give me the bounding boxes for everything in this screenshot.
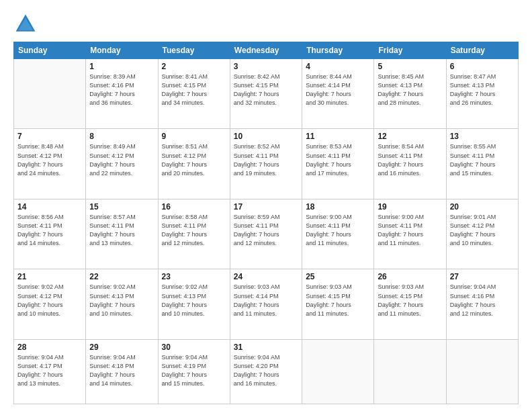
day-cell: 13Sunrise: 8:55 AM Sunset: 4:11 PM Dayli…	[446, 129, 518, 199]
day-number: 25	[306, 272, 370, 281]
day-cell: 14Sunrise: 8:56 AM Sunset: 4:11 PM Dayli…	[14, 199, 86, 269]
day-cell: 6Sunrise: 8:47 AM Sunset: 4:13 PM Daylig…	[446, 59, 518, 129]
day-number: 23	[162, 272, 226, 281]
day-number: 31	[234, 342, 298, 352]
day-number: 16	[162, 202, 226, 212]
week-row-3: 21Sunrise: 9:02 AM Sunset: 4:12 PM Dayli…	[14, 269, 519, 339]
day-number: 30	[162, 342, 226, 352]
day-cell: 4Sunrise: 8:44 AM Sunset: 4:14 PM Daylig…	[302, 59, 374, 129]
day-number: 2	[162, 62, 226, 71]
day-detail: Sunrise: 9:01 AM Sunset: 4:12 PM Dayligh…	[450, 213, 515, 248]
logo	[13, 12, 40, 36]
day-number: 28	[17, 342, 82, 352]
day-cell: 17Sunrise: 8:59 AM Sunset: 4:11 PM Dayli…	[230, 199, 302, 269]
day-detail: Sunrise: 8:55 AM Sunset: 4:11 PM Dayligh…	[450, 142, 515, 177]
day-detail: Sunrise: 8:49 AM Sunset: 4:12 PM Dayligh…	[89, 142, 154, 177]
day-number: 1	[89, 62, 154, 71]
day-number: 26	[378, 272, 442, 281]
day-cell: 19Sunrise: 9:00 AM Sunset: 4:11 PM Dayli…	[374, 199, 446, 269]
day-number: 6	[450, 62, 515, 71]
day-detail: Sunrise: 9:03 AM Sunset: 4:15 PM Dayligh…	[306, 283, 370, 318]
header-day-thursday: Thursday	[302, 42, 374, 59]
day-detail: Sunrise: 8:45 AM Sunset: 4:13 PM Dayligh…	[378, 73, 442, 107]
day-cell: 24Sunrise: 9:03 AM Sunset: 4:14 PM Dayli…	[230, 269, 302, 339]
header-day-friday: Friday	[374, 42, 446, 59]
day-number: 13	[450, 132, 515, 141]
day-cell: 11Sunrise: 8:53 AM Sunset: 4:11 PM Dayli…	[302, 129, 374, 199]
day-cell: 16Sunrise: 8:58 AM Sunset: 4:11 PM Dayli…	[158, 199, 230, 269]
week-row-2: 14Sunrise: 8:56 AM Sunset: 4:11 PM Dayli…	[14, 199, 519, 269]
day-number: 20	[450, 202, 515, 212]
day-detail: Sunrise: 8:41 AM Sunset: 4:15 PM Dayligh…	[162, 73, 226, 107]
day-cell: 28Sunrise: 9:04 AM Sunset: 4:17 PM Dayli…	[14, 339, 86, 404]
day-cell	[374, 339, 446, 404]
logo-icon	[13, 12, 38, 36]
day-detail: Sunrise: 8:56 AM Sunset: 4:11 PM Dayligh…	[17, 213, 82, 248]
day-cell: 27Sunrise: 9:04 AM Sunset: 4:16 PM Dayli…	[446, 269, 518, 339]
header-day-tuesday: Tuesday	[158, 42, 230, 59]
week-row-4: 28Sunrise: 9:04 AM Sunset: 4:17 PM Dayli…	[14, 339, 519, 404]
day-cell: 18Sunrise: 9:00 AM Sunset: 4:11 PM Dayli…	[302, 199, 374, 269]
day-number: 21	[17, 272, 82, 281]
day-number: 18	[306, 202, 370, 212]
day-cell: 9Sunrise: 8:51 AM Sunset: 4:12 PM Daylig…	[158, 129, 230, 199]
week-row-1: 7Sunrise: 8:48 AM Sunset: 4:12 PM Daylig…	[14, 129, 519, 199]
day-number: 14	[17, 202, 82, 212]
day-cell: 23Sunrise: 9:02 AM Sunset: 4:13 PM Dayli…	[158, 269, 230, 339]
day-number: 9	[162, 132, 226, 141]
page: SundayMondayTuesdayWednesdayThursdayFrid…	[0, 0, 532, 411]
day-number: 7	[17, 132, 82, 141]
day-cell: 30Sunrise: 9:04 AM Sunset: 4:19 PM Dayli…	[158, 339, 230, 404]
day-number: 5	[378, 62, 442, 71]
day-cell: 1Sunrise: 8:39 AM Sunset: 4:16 PM Daylig…	[86, 59, 158, 129]
day-detail: Sunrise: 8:57 AM Sunset: 4:11 PM Dayligh…	[89, 213, 154, 248]
calendar-body: 1Sunrise: 8:39 AM Sunset: 4:16 PM Daylig…	[14, 59, 519, 404]
day-detail: Sunrise: 9:03 AM Sunset: 4:14 PM Dayligh…	[234, 283, 298, 318]
day-detail: Sunrise: 8:59 AM Sunset: 4:11 PM Dayligh…	[234, 213, 298, 248]
day-cell: 31Sunrise: 9:04 AM Sunset: 4:20 PM Dayli…	[230, 339, 302, 404]
week-row-0: 1Sunrise: 8:39 AM Sunset: 4:16 PM Daylig…	[14, 59, 519, 129]
calendar-table: SundayMondayTuesdayWednesdayThursdayFrid…	[13, 42, 519, 404]
day-cell: 15Sunrise: 8:57 AM Sunset: 4:11 PM Dayli…	[86, 199, 158, 269]
day-number: 8	[89, 132, 154, 141]
day-detail: Sunrise: 8:48 AM Sunset: 4:12 PM Dayligh…	[17, 142, 82, 177]
day-detail: Sunrise: 9:02 AM Sunset: 4:13 PM Dayligh…	[89, 283, 154, 318]
day-cell: 3Sunrise: 8:42 AM Sunset: 4:15 PM Daylig…	[230, 59, 302, 129]
header	[13, 12, 519, 36]
day-detail: Sunrise: 8:51 AM Sunset: 4:12 PM Dayligh…	[162, 142, 226, 177]
header-day-wednesday: Wednesday	[230, 42, 302, 59]
calendar-header: SundayMondayTuesdayWednesdayThursdayFrid…	[14, 42, 519, 59]
day-cell: 12Sunrise: 8:54 AM Sunset: 4:11 PM Dayli…	[374, 129, 446, 199]
day-detail: Sunrise: 9:04 AM Sunset: 4:18 PM Dayligh…	[89, 353, 154, 388]
day-detail: Sunrise: 8:47 AM Sunset: 4:13 PM Dayligh…	[450, 73, 515, 107]
day-cell: 25Sunrise: 9:03 AM Sunset: 4:15 PM Dayli…	[302, 269, 374, 339]
day-detail: Sunrise: 9:04 AM Sunset: 4:20 PM Dayligh…	[234, 353, 298, 388]
day-cell: 29Sunrise: 9:04 AM Sunset: 4:18 PM Dayli…	[86, 339, 158, 404]
day-detail: Sunrise: 9:04 AM Sunset: 4:16 PM Dayligh…	[450, 283, 515, 318]
day-detail: Sunrise: 9:00 AM Sunset: 4:11 PM Dayligh…	[306, 213, 370, 248]
day-number: 22	[89, 272, 154, 281]
day-number: 27	[450, 272, 515, 281]
day-detail: Sunrise: 9:00 AM Sunset: 4:11 PM Dayligh…	[378, 213, 442, 248]
day-cell: 5Sunrise: 8:45 AM Sunset: 4:13 PM Daylig…	[374, 59, 446, 129]
header-day-saturday: Saturday	[446, 42, 518, 59]
day-cell	[302, 339, 374, 404]
day-number: 11	[306, 132, 370, 141]
day-cell	[446, 339, 518, 404]
day-number: 12	[378, 132, 442, 141]
day-detail: Sunrise: 8:44 AM Sunset: 4:14 PM Dayligh…	[306, 73, 370, 107]
day-cell: 10Sunrise: 8:52 AM Sunset: 4:11 PM Dayli…	[230, 129, 302, 199]
day-cell: 8Sunrise: 8:49 AM Sunset: 4:12 PM Daylig…	[86, 129, 158, 199]
day-number: 10	[234, 132, 298, 141]
day-cell: 2Sunrise: 8:41 AM Sunset: 4:15 PM Daylig…	[158, 59, 230, 129]
day-detail: Sunrise: 9:04 AM Sunset: 4:17 PM Dayligh…	[17, 353, 82, 388]
day-detail: Sunrise: 8:53 AM Sunset: 4:11 PM Dayligh…	[306, 142, 370, 177]
day-detail: Sunrise: 9:02 AM Sunset: 4:12 PM Dayligh…	[17, 283, 82, 318]
day-detail: Sunrise: 9:03 AM Sunset: 4:15 PM Dayligh…	[378, 283, 442, 318]
day-number: 17	[234, 202, 298, 212]
day-cell: 21Sunrise: 9:02 AM Sunset: 4:12 PM Dayli…	[14, 269, 86, 339]
header-day-sunday: Sunday	[14, 42, 86, 59]
day-cell: 20Sunrise: 9:01 AM Sunset: 4:12 PM Dayli…	[446, 199, 518, 269]
day-number: 15	[89, 202, 154, 212]
day-number: 24	[234, 272, 298, 281]
